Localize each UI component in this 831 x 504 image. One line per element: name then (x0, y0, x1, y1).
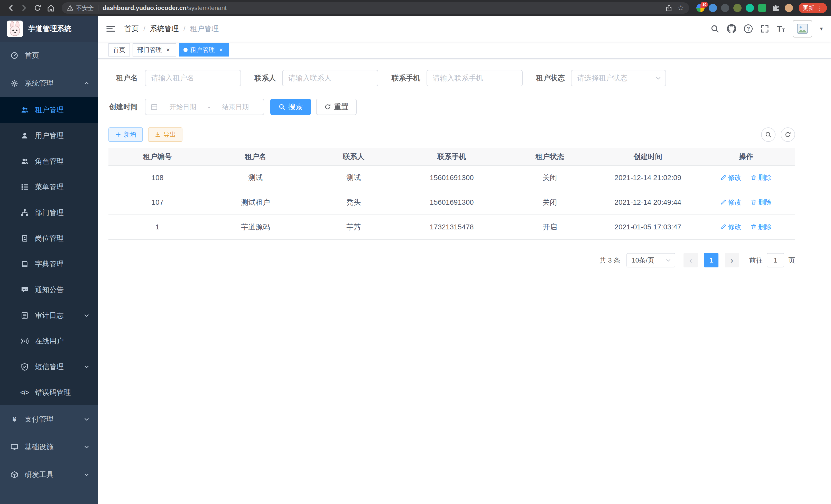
search-button[interactable]: 搜索 (270, 99, 311, 115)
font-size-icon[interactable]: TT (777, 25, 785, 33)
page-size-select[interactable]: 10条/页 (627, 253, 675, 267)
tab-tenant[interactable]: 租户管理 × (179, 43, 229, 57)
profile-avatar-icon[interactable] (785, 4, 793, 12)
extension-icon[interactable] (758, 4, 766, 12)
tab-home[interactable]: 首页 (109, 43, 130, 57)
sidebar-item-home[interactable]: 首页 (0, 41, 98, 69)
export-button[interactable]: 导出 (148, 127, 182, 142)
tab-dept[interactable]: 部门管理 × (133, 43, 176, 57)
sidebar-item-label: 短信管理 (35, 362, 64, 372)
puzzle-extensions-icon[interactable] (770, 1, 781, 14)
refresh-icon (324, 103, 331, 110)
sidebar-item-sms[interactable]: 短信管理 (0, 354, 98, 380)
trash-icon (751, 199, 757, 205)
extension-icon[interactable] (746, 4, 754, 12)
sidebar-item-menu[interactable]: 菜单管理 (0, 174, 98, 200)
delete-link[interactable]: 删除 (751, 198, 772, 207)
sidebar-item-notice[interactable]: 通知公告 (0, 277, 98, 303)
filter-phone: 联系手机 (392, 70, 523, 86)
user-avatar[interactable] (793, 20, 812, 37)
status-select[interactable]: 请选择租户状态 (571, 70, 666, 86)
back-icon[interactable] (4, 1, 18, 14)
delete-link[interactable]: 删除 (751, 173, 772, 182)
filter-row-1: 租户名 联系人 联系手机 租户状态 请选择租户状态 (109, 70, 795, 86)
sidebar-item-audit-log[interactable]: 审计日志 (0, 303, 98, 328)
reset-button[interactable]: 重置 (316, 99, 357, 115)
sidebar-item-role[interactable]: 角色管理 (0, 148, 98, 174)
next-page-button[interactable]: › (725, 253, 739, 267)
help-icon[interactable]: ? (744, 24, 753, 33)
address-bar[interactable]: 不安全 dashboard.yudao.iocoder.cn/system/te… (62, 2, 689, 13)
extension-icon[interactable] (733, 4, 742, 12)
extension-icon[interactable]: 10 (696, 4, 705, 12)
chevron-down-icon (84, 364, 89, 369)
edit-link[interactable]: 修改 (720, 223, 741, 232)
tenant-name-input[interactable] (145, 70, 241, 86)
sidebar-item-infra[interactable]: 基础设施 (0, 433, 98, 461)
cell-created: 2021-12-14 20:49:44 (599, 190, 697, 215)
search-icon[interactable] (711, 24, 719, 33)
breadcrumb-system[interactable]: 系统管理 (150, 24, 179, 34)
edit-label: 修改 (728, 173, 741, 182)
extension-icon[interactable] (721, 4, 729, 12)
sidebar-item-label: 租户管理 (35, 105, 64, 115)
refresh-table-icon[interactable] (781, 127, 795, 142)
delete-label: 删除 (758, 223, 772, 232)
add-button[interactable]: 新增 (109, 127, 143, 142)
sidebar-item-payment[interactable]: ¥ 支付管理 (0, 405, 98, 433)
sidebar-item-devtools[interactable]: 研发工具 (0, 461, 98, 488)
filter-status: 租户状态 请选择租户状态 (536, 70, 666, 86)
sidebar-item-label: 通知公告 (35, 285, 64, 295)
page-number-1[interactable]: 1 (704, 253, 718, 267)
cell-status: 关闭 (501, 166, 599, 190)
tenant-name-label: 租户名 (109, 73, 138, 83)
status-select-placeholder: 请选择租户状态 (577, 73, 628, 83)
date-separator: - (208, 103, 210, 111)
sidebar-logo[interactable]: 芋道管理系统 (0, 16, 98, 41)
chevron-down-icon (84, 416, 89, 422)
delete-link[interactable]: 删除 (751, 223, 772, 232)
page-goto-input[interactable] (767, 253, 784, 267)
share-icon[interactable] (665, 4, 672, 11)
search-icon (279, 103, 285, 110)
sidebar-item-post[interactable]: 岗位管理 (0, 226, 98, 251)
edit-link[interactable]: 修改 (720, 198, 741, 207)
date-range-picker[interactable]: 开始日期 - 结束日期 (145, 99, 264, 115)
table-row: 107 测试租户 秃头 15601691300 关闭 2021-12-14 20… (109, 190, 795, 215)
tab-close-icon[interactable]: × (218, 46, 225, 53)
page-size-value: 10条/页 (632, 256, 654, 265)
extensions-area: 10 (693, 1, 796, 14)
avatar-caret-down-icon[interactable]: ▾ (820, 25, 823, 32)
sidebar-item-system[interactable]: 系统管理 (0, 69, 98, 97)
sidebar-item-dict[interactable]: 字典管理 (0, 251, 98, 277)
reload-icon[interactable] (31, 1, 44, 14)
breadcrumb-home[interactable]: 首页 (124, 24, 139, 34)
tab-close-icon[interactable]: × (165, 46, 172, 53)
extension-icon[interactable] (709, 4, 717, 12)
phone-input[interactable] (427, 70, 523, 86)
contact-input[interactable] (282, 70, 378, 86)
chrome-update-button[interactable]: 更新 ⋮ (799, 3, 827, 13)
reset-button-label: 重置 (334, 102, 348, 112)
toggle-search-icon[interactable] (761, 127, 775, 142)
bookmark-star-icon[interactable]: ☆ (678, 4, 684, 11)
security-chip[interactable]: 不安全 (67, 4, 94, 12)
sidebar-item-error-code[interactable]: </> 错误码管理 (0, 380, 98, 405)
fullscreen-icon[interactable] (760, 24, 769, 33)
sidebar-item-user[interactable]: 用户管理 (0, 123, 98, 148)
edit-link[interactable]: 修改 (720, 173, 741, 182)
search-button-label: 搜索 (288, 102, 303, 112)
prev-page-button[interactable]: ‹ (684, 253, 698, 267)
chevron-up-icon (84, 80, 89, 86)
logo-rabbit-icon (7, 21, 23, 37)
home-icon[interactable] (44, 1, 58, 14)
github-icon[interactable] (727, 24, 736, 33)
sidebar-collapse-icon[interactable] (106, 25, 116, 33)
col-tenant-name: 租户名 (207, 148, 305, 166)
forward-icon[interactable] (18, 1, 31, 14)
sidebar-item-dept[interactable]: 部门管理 (0, 200, 98, 226)
toolbar-right (761, 127, 795, 142)
edit-label: 修改 (728, 198, 741, 207)
sidebar-item-online-users[interactable]: 在线用户 (0, 328, 98, 354)
sidebar-item-tenant[interactable]: 租户管理 (0, 97, 98, 123)
